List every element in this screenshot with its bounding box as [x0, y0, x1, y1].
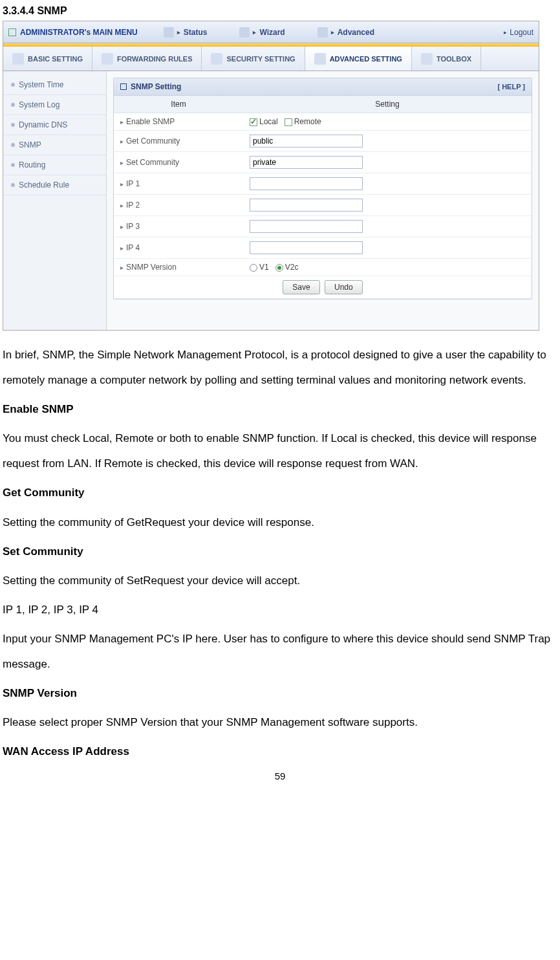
intro-paragraph: In brief, SNMP, the Simple Network Manag…	[3, 342, 557, 393]
undo-button[interactable]: Undo	[325, 280, 363, 294]
row-enable-snmp: ▸Enable SNMP Local Remote	[114, 113, 532, 131]
ip1-input[interactable]	[250, 177, 363, 190]
top-item-advanced[interactable]: ▸ Advanced	[318, 27, 374, 38]
item-label: IP 3	[126, 222, 140, 231]
wizard-icon	[239, 27, 250, 38]
snmp-setting-panel: SNMP Setting [ HELP ] Item Setting ▸Enab…	[113, 78, 532, 300]
tab-label: TOOLBOX	[436, 55, 471, 63]
local-checkbox[interactable]	[250, 118, 257, 126]
v2c-radio[interactable]	[275, 264, 283, 272]
arrow-icon: ▸	[120, 180, 124, 188]
item-label: Set Community	[126, 158, 179, 167]
sidebar-item-label: SNMP	[19, 140, 41, 149]
v1-label: V1	[259, 263, 269, 272]
sidebar-item-system-log[interactable]: System Log	[3, 95, 106, 115]
ip3-input[interactable]	[250, 220, 363, 233]
row-ip2: ▸IP 2	[114, 195, 532, 216]
tab-bar: BASIC SETTING FORWARDING RULES SECURITY …	[3, 47, 539, 71]
sidebar-item-schedule-rule[interactable]: Schedule Rule	[3, 175, 106, 195]
sidebar-item-dynamic-dns[interactable]: Dynamic DNS	[3, 115, 106, 135]
bullet-icon	[11, 83, 15, 87]
arrow-icon: ▸	[120, 264, 124, 271]
forwarding-icon	[102, 53, 113, 65]
ip2-input[interactable]	[250, 199, 363, 212]
logout-link[interactable]: ▸ Logout	[504, 28, 533, 37]
arrow-icon: ▸	[120, 202, 124, 209]
top-item-status[interactable]: ▸ Status	[164, 27, 208, 38]
tab-advanced-setting[interactable]: ADVANCED SETTING	[305, 47, 412, 71]
bullet-icon	[11, 183, 15, 187]
item-label: IP 2	[126, 201, 140, 210]
advanced-icon	[318, 27, 328, 38]
tab-label: ADVANCED SETTING	[330, 55, 402, 63]
tab-forwarding-rules[interactable]: FORWARDING RULES	[92, 47, 202, 71]
item-label: IP 4	[126, 243, 140, 252]
row-set-community: ▸Set Community	[114, 152, 532, 173]
row-ip1: ▸IP 1	[114, 173, 532, 195]
row-ip3: ▸IP 3	[114, 216, 532, 237]
item-label: IP 1	[126, 179, 140, 188]
tab-label: SECURITY SETTING	[226, 55, 295, 63]
heading-wan-access: WAN Access IP Address	[3, 739, 557, 764]
button-row: Save Undo	[114, 276, 532, 299]
advanced-setting-icon	[314, 53, 326, 65]
bullet-icon	[11, 143, 15, 147]
sidebar-item-snmp[interactable]: SNMP	[3, 135, 106, 155]
item-label: Get Community	[126, 136, 180, 146]
paragraph-ips: Input your SNMP Management PC's IP here.…	[3, 626, 557, 677]
basic-setting-icon	[12, 53, 24, 65]
header-setting: Setting	[243, 96, 532, 113]
heading-get-community: Get Community	[3, 480, 557, 505]
item-label: Enable SNMP	[126, 117, 175, 126]
panel-icon	[120, 83, 127, 90]
sidebar-item-label: Dynamic DNS	[19, 120, 67, 129]
heading-snmp-version: SNMP Version	[3, 681, 557, 706]
sidebar-item-system-time[interactable]: System Time	[3, 75, 106, 95]
sidebar-item-label: System Time	[19, 80, 63, 89]
remote-checkbox[interactable]	[285, 118, 292, 126]
top-item-wizard[interactable]: ▸ Wizard	[239, 27, 285, 38]
row-get-community: ▸Get Community	[114, 131, 532, 152]
paragraph-snmp-version: Please select proper SNMP Version that y…	[3, 710, 557, 735]
content-pane: SNMP Setting [ HELP ] Item Setting ▸Enab…	[107, 71, 539, 330]
sidebar-item-label: Routing	[19, 160, 45, 169]
ip4-input[interactable]	[250, 241, 363, 254]
remote-label: Remote	[294, 117, 321, 126]
arrow-icon: ▸	[120, 245, 124, 252]
table-header-row: Item Setting	[114, 96, 532, 113]
save-button[interactable]: Save	[283, 280, 319, 294]
tab-basic-setting[interactable]: BASIC SETTING	[3, 47, 92, 71]
top-item-label: Advanced	[338, 28, 374, 37]
tab-label: FORWARDING RULES	[117, 55, 193, 63]
item-label: SNMP Version	[126, 263, 177, 272]
row-ip4: ▸IP 4	[114, 237, 532, 259]
bullet-icon	[11, 123, 15, 127]
get-community-input[interactable]	[250, 135, 363, 147]
local-label: Local	[259, 117, 278, 126]
tab-security-setting[interactable]: SECURITY SETTING	[202, 47, 305, 71]
tab-toolbox[interactable]: TOOLBOX	[412, 47, 481, 71]
paragraph-enable-snmp: You must check Local, Remote or both to …	[3, 426, 557, 476]
v2c-label: V2c	[285, 263, 299, 272]
triangle-icon: ▸	[331, 29, 334, 36]
top-menu-bar: ADMINISTRATOR's MAIN MENU ▸ Status ▸ Wiz…	[3, 21, 539, 43]
heading-enable-snmp: Enable SNMP	[3, 397, 557, 422]
security-icon	[211, 53, 222, 65]
section-heading: 3.3.4.4 SNMP	[3, 5, 557, 17]
sidebar-item-label: Schedule Rule	[19, 180, 69, 190]
help-link[interactable]: [ HELP ]	[497, 83, 525, 91]
bullet-icon	[11, 163, 15, 167]
sidebar-item-routing[interactable]: Routing	[3, 155, 106, 175]
paragraph-set-community: Setting the community of SetRequest your…	[3, 568, 557, 593]
v1-radio[interactable]	[250, 264, 257, 272]
heading-set-community: Set Community	[3, 539, 557, 564]
snmp-form-table: Item Setting ▸Enable SNMP Local Remote ▸…	[114, 96, 532, 299]
arrow-icon: ▸	[120, 159, 124, 166]
header-item: Item	[114, 96, 243, 113]
paragraph-get-community: Setting the community of GetRequest your…	[3, 510, 557, 535]
top-item-label: Wizard	[259, 28, 285, 37]
sidebar: System Time System Log Dynamic DNS SNMP …	[3, 71, 107, 330]
panel-title: SNMP Setting	[131, 82, 181, 91]
logout-label: Logout	[510, 28, 533, 37]
set-community-input[interactable]	[250, 156, 363, 169]
